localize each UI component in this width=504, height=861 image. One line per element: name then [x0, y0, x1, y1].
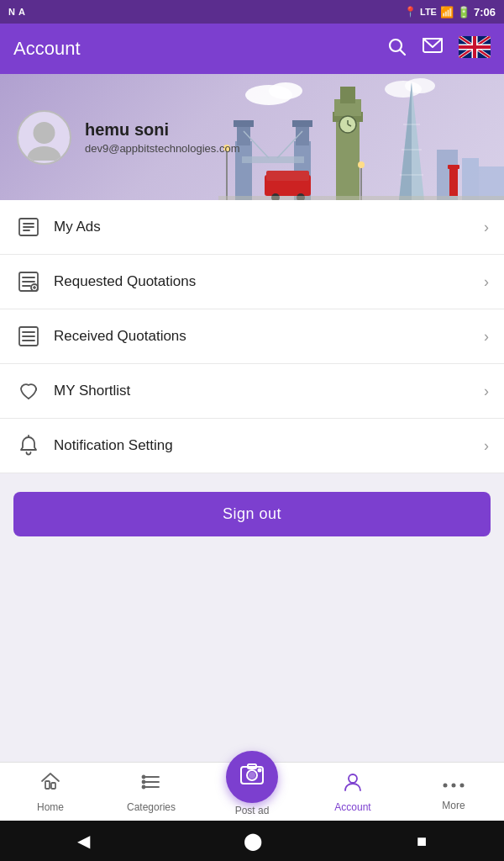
svg-rect-70	[45, 781, 50, 789]
svg-point-50	[358, 161, 365, 168]
signout-container: Sign out	[0, 473, 504, 555]
battery-icon: 🔋	[457, 6, 470, 18]
nav-item-post-ad[interactable]: Post ad	[202, 768, 302, 816]
notification-setting-label: Notification Setting	[54, 437, 484, 454]
wifi-icon: 📶	[440, 6, 454, 18]
network-icon-a: A	[18, 7, 25, 17]
lte-indicator: LTE	[420, 7, 437, 17]
svg-point-77	[143, 785, 145, 788]
menu-item-notification-setting[interactable]: Notification Setting ›	[0, 419, 504, 473]
svg-point-53	[28, 146, 61, 161]
profile-info: hemu soni dev9@appbitstechnologies.com	[17, 110, 239, 165]
received-quotations-icon	[15, 323, 42, 350]
svg-rect-40	[479, 166, 504, 200]
svg-point-75	[143, 775, 145, 778]
svg-point-14	[269, 82, 302, 99]
profile-email: dev9@appbitstechnologies.com	[85, 142, 239, 155]
nav-item-more[interactable]: More	[403, 766, 504, 818]
home-nav-icon	[39, 771, 61, 798]
notification-setting-chevron: ›	[484, 437, 489, 455]
bottom-nav: Home Categories	[0, 762, 504, 821]
message-icon[interactable]	[422, 36, 444, 61]
profile-name: hemu soni	[85, 120, 239, 140]
network-icon-n: N	[8, 7, 15, 17]
more-nav-label: More	[442, 800, 465, 811]
status-bar-right: 📍 LTE 📶 🔋 7:06	[404, 6, 496, 18]
menu-list: My Ads › Requested Quotations ›	[0, 200, 504, 473]
svg-rect-46	[448, 165, 459, 169]
signout-button[interactable]: Sign out	[13, 492, 491, 536]
profile-banner: hemu soni dev9@appbitstechnologies.com	[0, 74, 504, 200]
nav-item-categories[interactable]: Categories	[101, 764, 202, 820]
received-quotations-chevron: ›	[484, 328, 489, 346]
post-ad-button[interactable]	[226, 751, 278, 803]
requested-quotations-chevron: ›	[484, 273, 489, 291]
categories-nav-label: Categories	[127, 801, 176, 813]
svg-point-86	[460, 783, 465, 787]
profile-text: hemu soni dev9@appbitstechnologies.com	[85, 120, 239, 155]
my-ads-icon	[15, 214, 42, 240]
post-ad-nav-label: Post ad	[235, 805, 270, 816]
svg-rect-21	[296, 124, 309, 145]
menu-item-requested-quotations[interactable]: Requested Quotations ›	[0, 255, 504, 309]
svg-rect-25	[242, 156, 304, 163]
search-icon[interactable]	[386, 36, 407, 61]
android-home-button[interactable]: ⬤	[244, 831, 262, 851]
svg-point-76	[143, 780, 145, 783]
my-ads-label: My Ads	[54, 219, 484, 235]
svg-point-85	[452, 783, 456, 787]
svg-line-1	[401, 50, 406, 55]
avatar[interactable]	[17, 110, 71, 165]
more-nav-icon	[443, 773, 465, 796]
received-quotations-label: Received Quotations	[54, 328, 484, 345]
svg-rect-39	[462, 158, 479, 200]
svg-rect-45	[449, 166, 458, 196]
svg-rect-22	[292, 120, 312, 127]
page-title: Account	[13, 38, 81, 60]
account-nav-icon	[342, 771, 364, 798]
svg-point-82	[259, 769, 261, 772]
my-shortlist-label: MY Shortlist	[54, 383, 484, 399]
svg-rect-71	[51, 783, 55, 789]
requested-quotations-label: Requested Quotations	[54, 273, 484, 290]
status-bar: N A 📍 LTE 📶 🔋 7:06	[0, 0, 504, 24]
header-actions	[386, 36, 491, 61]
android-back-button[interactable]: ◀	[77, 831, 90, 851]
nav-item-home[interactable]: Home	[0, 764, 101, 820]
status-bar-left: N A	[8, 7, 25, 17]
svg-point-52	[34, 122, 55, 144]
home-nav-label: Home	[37, 801, 64, 813]
svg-point-16	[405, 78, 435, 93]
svg-point-80	[249, 773, 255, 778]
menu-item-my-shortlist[interactable]: MY Shortlist ›	[0, 364, 504, 419]
location-icon: 📍	[404, 6, 417, 18]
android-nav-bar: ◀ ⬤ ■	[0, 821, 504, 861]
nav-item-account[interactable]: Account	[302, 764, 403, 820]
my-ads-chevron: ›	[484, 219, 489, 236]
skyline-illustration	[218, 74, 504, 200]
time-display: 7:06	[474, 6, 496, 18]
post-ad-icon	[239, 761, 265, 792]
svg-rect-51	[218, 196, 504, 200]
header: Account	[0, 24, 504, 74]
svg-rect-42	[266, 171, 309, 181]
requested-quotations-icon	[15, 268, 42, 295]
svg-point-84	[444, 783, 448, 787]
account-nav-label: Account	[334, 801, 370, 813]
my-shortlist-icon	[15, 378, 42, 404]
flag-icon[interactable]	[459, 36, 491, 61]
categories-nav-icon	[140, 771, 162, 798]
menu-item-received-quotations[interactable]: Received Quotations ›	[0, 309, 504, 364]
svg-rect-29	[340, 87, 355, 103]
notification-setting-icon	[15, 432, 42, 459]
android-recents-button[interactable]: ■	[417, 832, 427, 851]
svg-point-83	[349, 774, 357, 783]
my-shortlist-chevron: ›	[484, 383, 489, 400]
menu-item-my-ads[interactable]: My Ads ›	[0, 200, 504, 255]
